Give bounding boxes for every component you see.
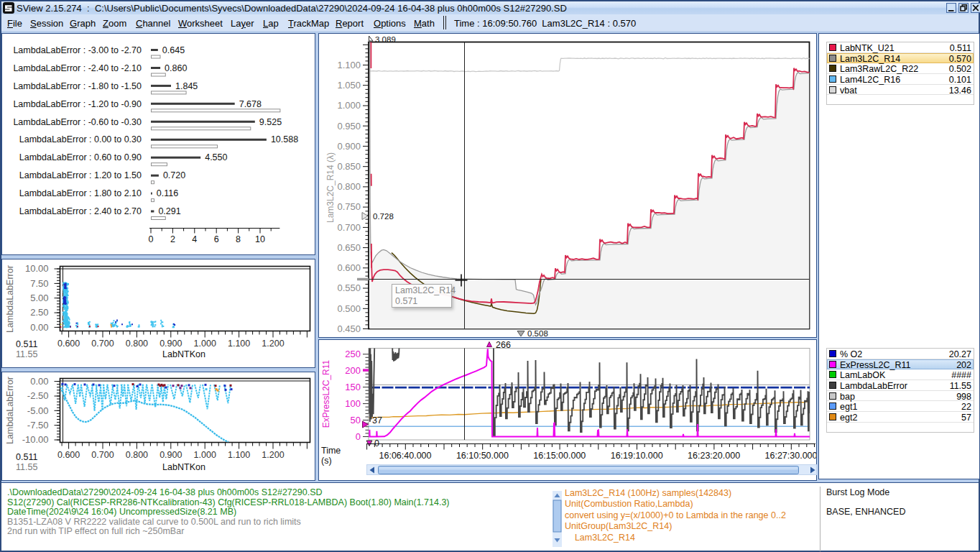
svg-text:0.900: 0.900 [160, 450, 182, 460]
svg-text:1.000: 1.000 [194, 450, 216, 460]
svg-text:11.55: 11.55 [16, 462, 37, 472]
svg-text:0: 0 [356, 431, 361, 442]
svg-text:0.00: 0.00 [30, 376, 48, 387]
svg-text:250: 250 [345, 349, 361, 359]
svg-text:16:06:40.000: 16:06:40.000 [379, 451, 432, 461]
svg-text:1.000: 1.000 [194, 339, 216, 349]
svg-text:9.525: 9.525 [259, 117, 282, 127]
svg-text:0.550: 0.550 [337, 282, 361, 293]
svg-text:100: 100 [345, 398, 361, 409]
svg-text:1.100: 1.100 [228, 450, 250, 460]
svg-text:1.200: 1.200 [262, 339, 284, 349]
svg-text:0.600: 0.600 [57, 450, 80, 460]
svg-text:LambdaLabError: LambdaLabError [5, 265, 15, 333]
svg-text:LambdaLabError : 1.20 to 1.50: LambdaLabError : 1.20 to 1.50 [19, 170, 142, 180]
svg-text:0.600: 0.600 [57, 339, 80, 349]
svg-text:1.845: 1.845 [175, 81, 198, 91]
svg-text:2.50: 2.50 [30, 307, 48, 318]
svg-text:0.511: 0.511 [16, 339, 37, 349]
svg-text:0.860: 0.860 [165, 63, 187, 73]
svg-text:-5.00: -5.00 [27, 405, 49, 416]
svg-text:0.116: 0.116 [157, 188, 178, 198]
svg-text:LambdaLabError : -1.80 to -1.5: LambdaLabError : -1.80 to -1.50 [13, 81, 142, 91]
svg-text:16:23:20.000: 16:23:20.000 [688, 451, 740, 461]
svg-text:0.00: 0.00 [30, 322, 48, 333]
svg-text:LambdaLabError : -2.40 to -2.1: LambdaLabError : -2.40 to -2.10 [13, 63, 142, 73]
svg-text:0.450: 0.450 [337, 323, 361, 334]
svg-text:-2.50: -2.50 [27, 390, 49, 401]
svg-text:0.511: 0.511 [16, 452, 37, 462]
svg-text:266: 266 [496, 340, 511, 350]
svg-text:0.900: 0.900 [337, 141, 361, 152]
svg-text:0.500: 0.500 [337, 303, 361, 314]
svg-text:0.728: 0.728 [373, 212, 394, 221]
svg-text:10.00: 10.00 [25, 263, 49, 274]
svg-text:0.950: 0.950 [337, 121, 361, 132]
svg-text:6: 6 [214, 234, 219, 244]
svg-text:-7.50: -7.50 [27, 420, 49, 431]
svg-text:0.508: 0.508 [527, 329, 548, 338]
svg-text:1.100: 1.100 [228, 339, 250, 349]
svg-text:0.291: 0.291 [158, 206, 180, 216]
svg-text:0.600: 0.600 [337, 262, 361, 273]
svg-text:11.55: 11.55 [16, 349, 37, 359]
svg-text:LabNTKon: LabNTKon [162, 462, 205, 472]
svg-text:0.900: 0.900 [160, 339, 182, 349]
svg-text:1.100: 1.100 [337, 60, 361, 70]
svg-text:10: 10 [255, 234, 265, 244]
svg-text:LambdaLabError : -0.60 to -0.3: LambdaLabError : -0.60 to -0.30 [13, 117, 142, 127]
svg-text:0.650: 0.650 [337, 242, 361, 253]
svg-text:37: 37 [372, 415, 382, 426]
svg-text:(s): (s) [321, 456, 332, 466]
svg-text:0.700: 0.700 [337, 222, 361, 233]
svg-text:0: 0 [149, 234, 154, 244]
svg-text:16:10:50.000: 16:10:50.000 [456, 451, 509, 461]
svg-text:LambdaLabError : 1.80 to 2.10: LambdaLabError : 1.80 to 2.10 [19, 188, 142, 198]
svg-text:16:15:00.000: 16:15:00.000 [533, 451, 586, 461]
svg-text:LambdaLabError : -3.00 to -2.7: LambdaLabError : -3.00 to -2.70 [13, 45, 142, 55]
svg-text:0.800: 0.800 [126, 339, 148, 349]
svg-text:7.678: 7.678 [239, 99, 262, 109]
svg-text:-10.00: -10.00 [22, 434, 49, 445]
svg-text:0.720: 0.720 [163, 170, 185, 180]
svg-text:0.750: 0.750 [337, 201, 361, 212]
svg-text:5.00: 5.00 [30, 293, 48, 303]
svg-text:7.50: 7.50 [30, 278, 48, 289]
svg-text:1.050: 1.050 [337, 80, 361, 91]
svg-text:LambdaLabError : 0.60 to 0.90: LambdaLabError : 0.60 to 0.90 [19, 152, 142, 162]
svg-text:LambdaLabError : -1.20 to -0.9: LambdaLabError : -1.20 to -0.90 [13, 99, 142, 109]
svg-text:1.200: 1.200 [262, 450, 284, 460]
svg-text:16:19:10.000: 16:19:10.000 [611, 451, 663, 461]
svg-text:0.800: 0.800 [337, 181, 361, 192]
svg-text:4.550: 4.550 [205, 152, 227, 162]
svg-text:1.000: 1.000 [337, 100, 361, 111]
svg-text:2: 2 [170, 234, 175, 244]
svg-text:150: 150 [345, 382, 361, 392]
svg-text:0.700: 0.700 [91, 450, 114, 460]
svg-text:0.800: 0.800 [126, 450, 148, 460]
svg-text:Lam3L2C_R14 (λ): Lam3L2C_R14 (λ) [325, 152, 336, 223]
svg-text:LambdaLabError : 2.40 to 2.70: LambdaLabError : 2.40 to 2.70 [19, 206, 142, 216]
svg-text:0.850: 0.850 [337, 161, 361, 172]
svg-text:10.588: 10.588 [271, 134, 298, 144]
svg-text:3.089: 3.089 [375, 35, 396, 44]
svg-text:4: 4 [192, 234, 197, 244]
svg-text:50: 50 [351, 415, 361, 426]
svg-text:ExPressL2C_R11: ExPressL2C_R11 [321, 359, 331, 428]
svg-text:LabNTKon: LabNTKon [162, 349, 205, 359]
svg-text:8: 8 [236, 234, 241, 244]
svg-text:0.700: 0.700 [91, 339, 114, 349]
svg-text:Time: Time [321, 446, 341, 456]
svg-text:16:27:30.000: 16:27:30.000 [765, 451, 817, 461]
svg-text:LambdaLabError: LambdaLabError [5, 377, 15, 444]
svg-text:0.645: 0.645 [162, 45, 185, 55]
svg-text:200: 200 [345, 365, 361, 376]
svg-text:LambdaLabError : 0.00 to 0.30: LambdaLabError : 0.00 to 0.30 [19, 134, 142, 144]
